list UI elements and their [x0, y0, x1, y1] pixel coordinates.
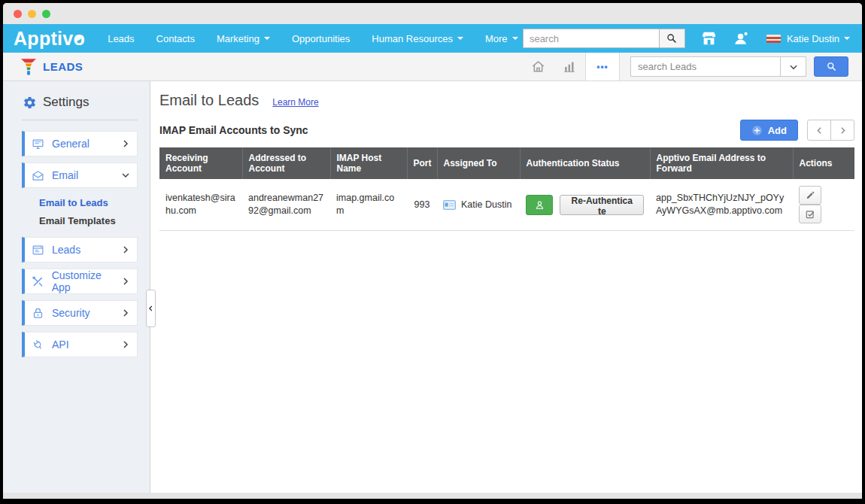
caret-down-icon — [264, 37, 270, 40]
tools-icon — [32, 275, 44, 288]
column-header-forward-address: Apptivo Email Address to Forward — [650, 147, 793, 179]
user-check-icon — [534, 199, 545, 211]
chevron-left-icon — [815, 126, 824, 135]
add-account-button[interactable]: Add — [740, 120, 798, 141]
chevron-right-icon — [121, 277, 130, 286]
sidebar-item-label: General — [52, 138, 90, 150]
sidebar-item-leads[interactable]: Leads — [22, 237, 138, 263]
sidebar-item-security[interactable]: Security — [22, 300, 138, 326]
app-window: Apptivo Leads Contacts Marketing Opportu… — [3, 3, 862, 499]
more-apps-button[interactable]: ••• — [585, 53, 620, 80]
id-card-icon — [443, 200, 456, 210]
checkbox-check-icon — [805, 209, 815, 220]
chevron-right-icon — [121, 340, 130, 349]
page-title: Email to Leads — [159, 92, 259, 109]
sidebar-collapse-handle[interactable] — [146, 290, 156, 327]
app-header: LEADS ••• — [3, 53, 862, 81]
sidebar-item-general[interactable]: General — [22, 131, 138, 156]
nav-item-label: More — [485, 33, 508, 44]
search-filter-dropdown[interactable] — [780, 57, 806, 76]
search-icon — [666, 32, 678, 44]
plus-circle-icon — [751, 125, 763, 136]
column-header-authentication-status: Authentication Status — [520, 147, 650, 179]
chevron-down-icon — [121, 171, 130, 180]
chevron-left-icon — [147, 304, 154, 313]
home-button[interactable] — [522, 53, 554, 80]
nav-item-contacts[interactable]: Contacts — [156, 33, 195, 44]
assigned-to-name: Katie Dustin — [461, 199, 511, 211]
app-store-icon[interactable] — [700, 30, 718, 47]
chevron-down-icon — [788, 62, 799, 72]
settings-title: Settings — [43, 95, 89, 110]
nav-menu: Leads Contacts Marketing Opportunities H… — [108, 33, 517, 44]
content-area: Settings General Email Email to Leads Em… — [3, 81, 862, 493]
search-icon — [826, 61, 837, 72]
nav-item-leads[interactable]: Leads — [108, 33, 134, 44]
verify-account-button[interactable] — [799, 205, 821, 223]
pencil-icon — [806, 190, 815, 200]
cell-imap-host: imap.gmail.com — [330, 179, 407, 231]
next-page-button[interactable] — [830, 120, 854, 141]
nav-item-label: Marketing — [217, 33, 260, 44]
cell-port: 993 — [407, 179, 437, 231]
auth-status-badge[interactable] — [526, 195, 553, 215]
caret-down-icon — [457, 37, 463, 40]
main-panel: Email to Leads Learn More IMAP Email Acc… — [150, 81, 862, 493]
app-header-right: ••• — [522, 53, 862, 80]
envelope-icon — [32, 169, 44, 182]
column-header-actions: Actions — [793, 147, 854, 179]
imap-accounts-table: Receiving Account Addressed to Account I… — [159, 147, 854, 231]
nav-item-marketing[interactable]: Marketing — [217, 33, 270, 44]
table-header-row: Receiving Account Addressed to Account I… — [159, 147, 854, 179]
column-header-port: Port — [407, 147, 437, 179]
add-button-label: Add — [768, 125, 787, 136]
chevron-right-icon — [121, 308, 130, 317]
settings-header: Settings — [3, 95, 150, 110]
apptivo-logo[interactable]: Apptivo — [14, 28, 96, 50]
re-authenticate-button[interactable]: Re-Authenticate — [560, 195, 644, 215]
nav-item-label: Opportunities — [292, 33, 350, 44]
gear-icon — [23, 96, 37, 110]
sidebar-item-email[interactable]: Email — [22, 162, 138, 188]
nav-item-opportunities[interactable]: Opportunities — [292, 33, 350, 44]
reports-button[interactable] — [554, 53, 585, 80]
nav-item-human-resources[interactable]: Human Resources — [372, 33, 463, 44]
nav-item-label: Contacts — [156, 33, 195, 44]
global-search-input[interactable] — [523, 29, 660, 48]
sidebar-subitem-email-templates[interactable]: Email Templates — [39, 215, 150, 226]
column-header-receiving-account: Receiving Account — [159, 147, 242, 179]
window-titlebar — [3, 3, 862, 24]
lock-icon — [32, 307, 44, 320]
navbar-right: Katie Dustin — [523, 29, 850, 48]
sidebar-item-customize-app[interactable]: Customize App — [22, 269, 138, 294]
sidebar-subitem-email-to-leads[interactable]: Email to Leads — [39, 197, 150, 208]
app-search-button[interactable] — [814, 56, 848, 77]
section-controls: Add — [740, 120, 854, 141]
edit-account-button[interactable] — [799, 186, 821, 205]
cell-assigned-to: Katie Dustin — [437, 179, 520, 231]
column-header-addressed-to-account: Addressed to Account — [242, 147, 330, 179]
user-menu[interactable]: Katie Dustin — [787, 33, 850, 44]
nav-item-more[interactable]: More — [485, 33, 518, 44]
plug-icon — [32, 339, 44, 351]
pagination — [807, 120, 854, 141]
nav-item-label: Human Resources — [372, 33, 453, 44]
close-window-button[interactable] — [14, 10, 22, 18]
nav-item-label: Leads — [108, 33, 134, 44]
user-notifications-icon[interactable] — [733, 30, 750, 47]
caret-down-icon — [844, 37, 850, 40]
learn-more-link[interactable]: Learn More — [272, 97, 318, 108]
leaf-icon — [74, 24, 83, 46]
previous-page-button[interactable] — [807, 120, 831, 141]
app-search-input[interactable] — [631, 57, 780, 76]
page-title-row: Email to Leads Learn More — [159, 92, 854, 109]
global-search-button[interactable] — [660, 29, 685, 48]
cell-actions — [793, 179, 854, 231]
sidebar-item-api[interactable]: API — [22, 332, 138, 357]
language-flag-icon[interactable] — [766, 35, 781, 43]
minimize-window-button[interactable] — [28, 10, 36, 18]
sidebar-item-label: Security — [52, 307, 90, 319]
chevron-right-icon — [839, 126, 847, 135]
app-search-field — [630, 56, 806, 77]
maximize-window-button[interactable] — [42, 10, 50, 18]
